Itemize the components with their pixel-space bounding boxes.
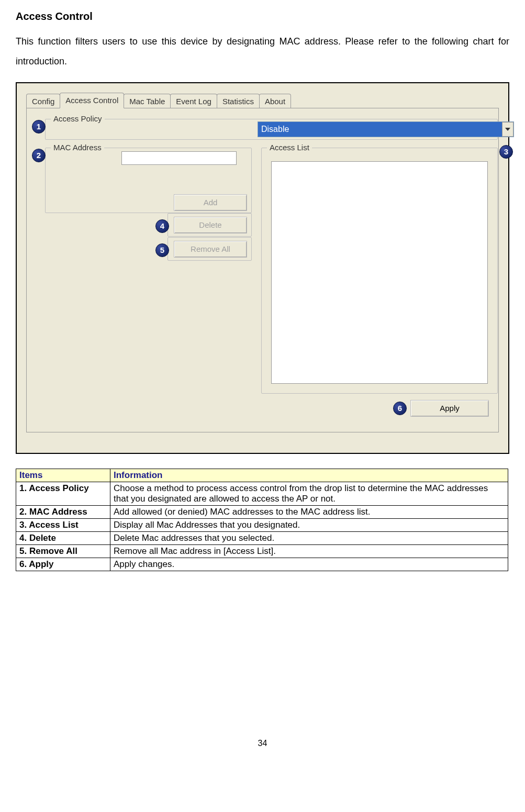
table-row: 3. Access List Display all Mac Addresses… [16,518,508,531]
table-row: 6. Apply Apply changes. [16,558,508,571]
callout-4: 4 [155,219,169,233]
row-info: Delete Mac addresses that you selected. [110,531,508,544]
table-row: 4. Delete Delete Mac addresses that you … [16,531,508,544]
page-title: Access Control [16,10,509,23]
mac-address-label: MAC Address [51,143,104,152]
row-info: Choose a method to process access contro… [110,482,508,505]
tab-mac-table[interactable]: Mac Table [124,94,171,108]
delete-button[interactable]: Delete [174,217,247,233]
remove-all-button[interactable]: Remove All [174,241,247,258]
callout-3: 3 [499,145,513,159]
row-item: 1. Access Policy [16,482,110,505]
access-control-window: Config Access Control Mac Table Event Lo… [16,82,509,454]
callout-6: 6 [393,402,407,415]
header-items: Items [16,469,110,482]
access-policy-label: Access Policy [51,114,105,123]
add-button[interactable]: Add [174,194,247,211]
access-policy-value: Disable [261,125,289,134]
row-info: Add allowed (or denied) MAC addresses to… [110,505,508,518]
tab-statistics[interactable]: Statistics [217,94,260,108]
table-row: 2. MAC Address Add allowed (or denied) M… [16,505,508,518]
row-info: Remove all Mac address in [Access List]. [110,544,508,558]
callout-5: 5 [155,243,169,257]
tab-about[interactable]: About [259,94,291,108]
tab-config[interactable]: Config [26,94,60,108]
row-item: 5. Remove All [16,544,110,558]
row-info: Apply changes. [110,558,508,571]
info-table: Items Information 1. Access Policy Choos… [16,469,508,571]
access-list-box[interactable] [271,161,488,384]
page-number: 34 [16,739,509,748]
row-item: 2. MAC Address [16,505,110,518]
tab-event-log[interactable]: Event Log [170,94,217,108]
row-item: 3. Access List [16,518,110,531]
table-row: 5. Remove All Remove all Mac address in … [16,544,508,558]
row-item: 4. Delete [16,531,110,544]
callout-1: 1 [32,120,46,134]
access-policy-group: Access Policy Disable [45,119,498,140]
tab-panel: Access Policy Disable MAC Address Access… [26,108,499,432]
table-row: 1. Access Policy Choose a method to proc… [16,482,508,505]
tab-access-control[interactable]: Access Control [60,93,124,108]
tab-strip: Config Access Control Mac Table Event Lo… [26,93,499,108]
table-header-row: Items Information [16,469,508,482]
header-information: Information [110,469,508,482]
access-policy-dropdown[interactable]: Disable [258,121,514,137]
access-list-label: Access List [267,143,312,152]
chevron-down-icon[interactable] [502,122,513,137]
callout-2: 2 [32,149,46,162]
mac-address-input[interactable] [121,151,237,165]
row-item: 6. Apply [16,558,110,571]
row-info: Display all Mac Addresses that you desig… [110,518,508,531]
intro-text: This function filters users to use this … [16,32,509,72]
apply-button[interactable]: Apply [410,400,489,417]
access-list-group: Access List [261,148,498,394]
